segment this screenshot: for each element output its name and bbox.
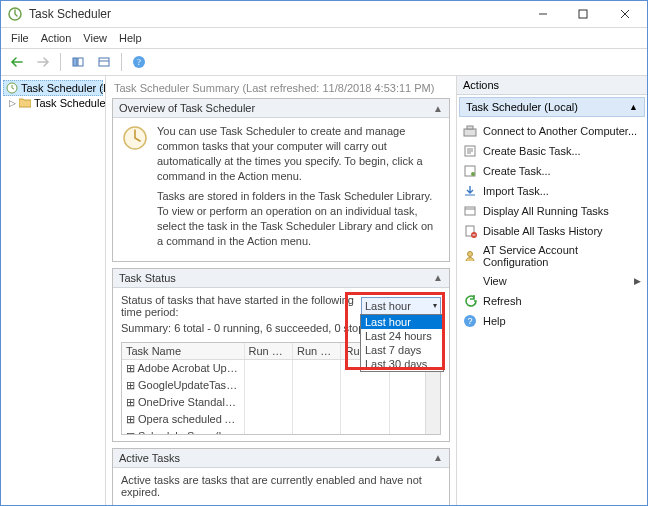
app-window: Task Scheduler File Action View Help ? T… [0,0,648,506]
menu-help[interactable]: Help [113,30,148,46]
expand-icon[interactable]: ▷ [9,98,16,108]
svg-rect-10 [467,126,473,129]
svg-point-17 [468,252,473,257]
svg-rect-14 [465,207,475,215]
window-buttons [523,1,647,27]
action-disable-all-tasks-history[interactable]: Disable All Tasks History [459,221,645,241]
action-icon [463,224,477,238]
period-option[interactable]: Last 24 hours [361,329,443,343]
app-icon [7,6,23,22]
minimize-button[interactable] [523,1,563,27]
task-status-header[interactable]: Task Status▲ [113,269,449,288]
forward-button[interactable] [31,50,55,74]
action-help[interactable]: ?Help [459,311,645,331]
close-button[interactable] [603,1,647,27]
task-status-panel: Task Status▲ Status of tasks that have s… [112,268,450,442]
col-run-result[interactable]: Run Result [245,343,293,359]
table-row[interactable]: ⊞ OneDrive Standalone Update Ta... [122,394,440,411]
chevron-right-icon: ▶ [634,276,641,286]
col-run-start[interactable]: Run Start [293,343,341,359]
table-row[interactable]: ⊞ GoogleUpdateTaskMachineCor... [122,377,440,394]
svg-rect-1 [579,10,587,18]
action-icon [463,144,477,158]
action-icon [463,274,477,288]
tree-root[interactable]: Task Scheduler (Local) [3,80,103,96]
table-row[interactable]: ⊞ Schedule Scan (last run succee... [122,428,440,434]
period-dropdown: Last hour Last 24 hours Last 7 days Last… [360,314,444,372]
active-tasks-header[interactable]: Active Tasks▲ [113,449,449,468]
summary-header: Task Scheduler Summary (Last refreshed: … [112,80,450,98]
action-icon [463,184,477,198]
svg-point-13 [471,172,475,176]
period-combobox[interactable]: Last hour▾ [361,297,441,315]
action-connect-to-another-computer-[interactable]: Connect to Another Computer... [459,121,645,141]
actions-group[interactable]: Task Scheduler (Local)▲ [459,97,645,117]
overview-header[interactable]: Overview of Task Scheduler▲ [113,99,449,118]
action-refresh[interactable]: Refresh [459,291,645,311]
app-title: Task Scheduler [29,7,523,21]
col-task-name[interactable]: Task Name [122,343,245,359]
svg-text:?: ? [137,57,141,67]
folder-icon [19,98,31,108]
active-desc: Active tasks are tasks that are currentl… [121,474,441,498]
action-create-task-[interactable]: Create Task... [459,161,645,181]
menu-view[interactable]: View [77,30,113,46]
action-import-task-[interactable]: Import Task... [459,181,645,201]
period-option[interactable]: Last hour [361,315,443,329]
tree-child[interactable]: ▷ Task Scheduler Library [3,96,103,110]
action-create-basic-task-[interactable]: Create Basic Task... [459,141,645,161]
toolbar-btn-1[interactable] [66,50,90,74]
svg-rect-3 [78,58,83,66]
help-button[interactable]: ? [127,50,151,74]
overview-icon [121,124,149,152]
chevron-down-icon: ▾ [433,301,437,310]
overview-panel: Overview of Task Scheduler▲ You can use … [112,98,450,262]
period-option[interactable]: Last 30 days [361,357,443,371]
table-row[interactable]: ⊞ Opera scheduled Autoupdate 1... [122,411,440,428]
toolbar: ? [1,49,647,76]
action-icon [463,294,477,308]
back-button[interactable] [5,50,29,74]
menu-file[interactable]: File [5,30,35,46]
clock-icon [6,82,18,94]
action-icon: ? [463,314,477,328]
maximize-button[interactable] [563,1,603,27]
status-period-label: Status of tasks that have started in the… [121,294,361,318]
menubar: File Action View Help [1,28,647,49]
svg-rect-4 [99,58,109,66]
titlebar: Task Scheduler [1,1,647,28]
actions-title: Actions [457,76,647,95]
actions-pane: Actions Task Scheduler (Local)▲ Connect … [457,76,647,505]
menu-action[interactable]: Action [35,30,78,46]
collapse-icon: ▲ [629,102,638,112]
action-at-service-account-configuration[interactable]: AT Service Account Configuration [459,241,645,271]
action-icon [463,204,477,218]
toolbar-btn-2[interactable] [92,50,116,74]
active-tasks-panel: Active Tasks▲ Active tasks are tasks tha… [112,448,450,505]
action-icon [463,249,477,263]
action-icon [463,124,477,138]
nav-tree: Task Scheduler (Local) ▷ Task Scheduler … [1,76,106,505]
svg-rect-9 [464,129,476,136]
collapse-icon: ▲ [433,452,443,463]
action-icon [463,164,477,178]
svg-rect-2 [73,58,77,66]
center-pane: Task Scheduler Summary (Last refreshed: … [106,76,457,505]
collapse-icon: ▲ [433,272,443,283]
period-option[interactable]: Last 7 days [361,343,443,357]
action-display-all-running-tasks[interactable]: Display All Running Tasks [459,201,645,221]
collapse-icon: ▲ [433,103,443,114]
active-summary: Summary: 97 total [121,504,441,505]
svg-text:?: ? [467,316,472,326]
action-view[interactable]: View▶ [459,271,645,291]
